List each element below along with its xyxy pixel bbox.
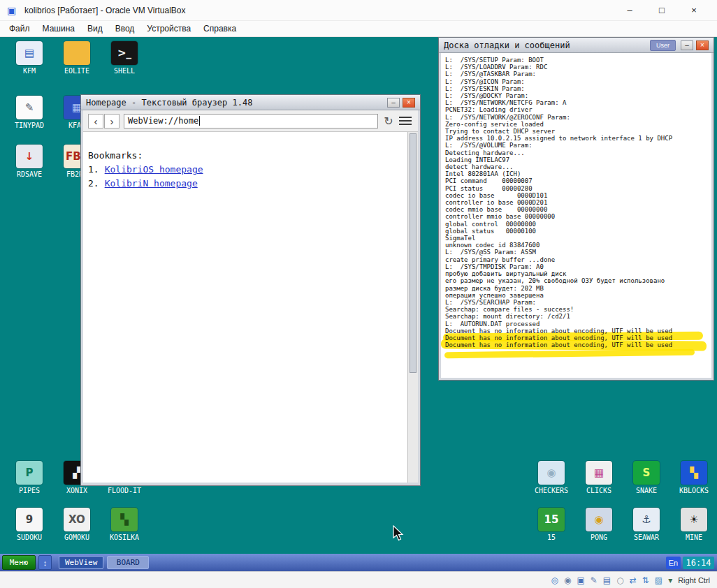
vbox-menubar: ФайлМашинаВидВводУстройстваСправка (0, 21, 717, 37)
usb-icon[interactable]: ⇅ (642, 576, 649, 585)
app-icon-glyph: P (26, 468, 34, 478)
tinypad-icon[interactable]: ✎ TINYPAD (6, 96, 53, 129)
minimize-icon[interactable]: – (387, 98, 400, 108)
gomoku-icon[interactable]: XO GOMOKU (53, 508, 101, 541)
log-line: L: /SYS/NETWORK/NETCFG Param: A (445, 99, 707, 106)
zoom-icon[interactable]: ◎ (551, 576, 558, 585)
fifteen-icon[interactable]: 15 15 (528, 508, 575, 541)
desktop-icons-row: 9 SUDOKU XO GOMOKU ▚ KOSILKA (6, 508, 148, 541)
eolite-icon[interactable]: EOLITE (53, 41, 101, 75)
log-line: L: /SYS/@ICON Param: (445, 78, 707, 85)
taskbar-task-board[interactable]: BOARD (107, 556, 149, 569)
pipes-icon[interactable]: P PIPES (6, 461, 53, 494)
app-icon-image: 9 (16, 508, 43, 531)
shell-icon[interactable]: >_ SHELL (101, 41, 148, 75)
menu-icon[interactable] (399, 117, 412, 125)
browser-window-title: Homepage - Текстовый браузер 1.48 (86, 98, 252, 108)
log-line: IP address 10.0.2.15 assigned to network… (445, 135, 707, 142)
close-icon[interactable]: × (403, 98, 415, 108)
forward-button[interactable]: › (104, 114, 120, 128)
display-icon[interactable]: ▤ (603, 576, 611, 585)
shared-folders-icon[interactable]: ▨ (655, 576, 662, 585)
app-icon-image: 15 (538, 508, 565, 531)
kblocks-icon[interactable]: ▚ KBLOCKS (670, 461, 717, 494)
log-line: global control 00000000 (445, 221, 707, 228)
debug-board-controls: User – × (650, 40, 709, 51)
displays-icon[interactable]: ▣ (577, 576, 584, 585)
app-icon-image: ◉ (538, 461, 565, 485)
sudoku-icon[interactable]: 9 SUDOKU (6, 508, 53, 541)
app-icon-image: ⚓ (633, 508, 660, 531)
app-icon-image: ☀ (681, 508, 707, 531)
browser-titlebar[interactable]: Homepage - Текстовый браузер 1.48 – × (81, 95, 420, 110)
menubar-item[interactable]: Ввод (109, 24, 141, 34)
log-line: L: /SYS/SEARCHAP Param: (445, 299, 707, 306)
status-menu-icon[interactable]: ▾ (668, 576, 672, 585)
vbox-titlebar[interactable]: ▣ kolibrios [Работает] - Oracle VM Virtu… (0, 0, 717, 21)
menubar-item[interactable]: Устройства (140, 24, 197, 34)
kosilka-icon[interactable]: ▚ KOSILKA (101, 508, 148, 541)
scrollbar-thumb[interactable] (410, 133, 417, 373)
menubar-item[interactable]: Справка (197, 24, 242, 34)
app-icon-image: ▤ (16, 41, 43, 65)
app-icon-image: >_ (111, 41, 138, 65)
log-line: Document has no information about encodi… (445, 335, 707, 341)
log-line: global status 00000100 (445, 228, 707, 235)
taskbar-task-webview[interactable]: WebView (59, 556, 103, 569)
bookmark-number: 2. (88, 178, 99, 189)
snake-icon[interactable]: S SNAKE (623, 461, 670, 494)
log-line: controller mmio base 00000000 (445, 213, 707, 220)
menubar-item[interactable]: Машина (36, 24, 81, 34)
minimize-icon[interactable]: – (681, 41, 693, 50)
minimize-all-button[interactable]: ↕ (38, 555, 52, 570)
app-icon-label: 15 (547, 534, 556, 541)
recording-icon[interactable]: ✎ (591, 576, 598, 585)
scrollbar[interactable] (407, 132, 418, 483)
checkers-icon[interactable]: ◉ CHECKERS (528, 461, 575, 494)
bookmark-link[interactable]: KolibriOS homepage (105, 164, 203, 175)
log-line: PCI status 00000280 (445, 185, 707, 192)
log-line: L: /SYS/NETWORK/@ZEROCONF Param: (445, 114, 707, 121)
close-icon[interactable]: × (678, 0, 710, 21)
maximize-icon[interactable]: □ (646, 0, 678, 21)
app-icon-label: SEAWAR (634, 534, 659, 541)
mouse-integration-icon[interactable]: ◉ (564, 576, 571, 585)
menubar-item[interactable]: Файл (3, 24, 36, 34)
text-caret (199, 116, 200, 126)
minimize-icon[interactable]: – (614, 0, 646, 21)
menubar-item[interactable]: Вид (81, 24, 109, 34)
app-icon-glyph: ▤ (24, 48, 34, 59)
log-line: его размер не указан, 20% свободной ОЗУ … (445, 277, 707, 284)
kfm-icon[interactable]: ▤ KFM (6, 41, 53, 75)
app-icon-glyph: XO (68, 515, 85, 525)
optical-disk-icon[interactable]: ○ (616, 576, 623, 585)
app-icon-glyph: ↓ (25, 152, 34, 162)
close-icon[interactable]: × (696, 41, 709, 50)
network-icon[interactable]: ⇄ (630, 576, 637, 585)
bookmark-item: 1. KolibriOS homepage (83, 161, 418, 175)
bookmark-link[interactable]: KolibriN homepage (105, 178, 198, 189)
keyboard-layout-indicator[interactable]: En (666, 557, 681, 569)
debug-board-titlebar[interactable]: Доска отладки и сообщений User – × (439, 38, 714, 53)
address-bar[interactable]: WebView://home (124, 114, 378, 128)
back-button[interactable]: ‹ (88, 114, 103, 128)
browser-window: Homepage - Текстовый браузер 1.48 – × ‹ … (80, 94, 421, 486)
user-button[interactable]: User (650, 40, 676, 51)
reload-icon[interactable]: ↻ (382, 115, 395, 128)
log-line: L: /SYS/@VOLUME Param: (445, 142, 707, 149)
app-icon-label: KBLOCKS (679, 487, 709, 494)
rdsave-icon[interactable]: ↓ RDSAVE (6, 145, 53, 178)
browser-toolbar: ‹ › WebView://home ↻ (83, 110, 418, 132)
log-line: размер диска будет: 202 MB (445, 285, 707, 292)
mine-icon[interactable]: ☀ MINE (670, 508, 717, 541)
start-menu-button[interactable]: Меню (2, 555, 36, 570)
pong-icon[interactable]: ◉ PONG (575, 508, 623, 541)
clock[interactable]: 16:14 (683, 557, 714, 569)
app-icon-glyph: ☀ (689, 515, 698, 525)
desktop-icons-row: 15 15 ◉ PONG ⚓ SEAWAR ☀ MINE (528, 508, 717, 541)
app-icon-glyph: >_ (117, 48, 131, 59)
seawar-icon[interactable]: ⚓ SEAWAR (623, 508, 670, 541)
app-icon-image: ▦ (586, 461, 612, 485)
log-line: Document has no information about encodi… (445, 328, 707, 335)
clicks-icon[interactable]: ▦ CLICKS (575, 461, 623, 494)
